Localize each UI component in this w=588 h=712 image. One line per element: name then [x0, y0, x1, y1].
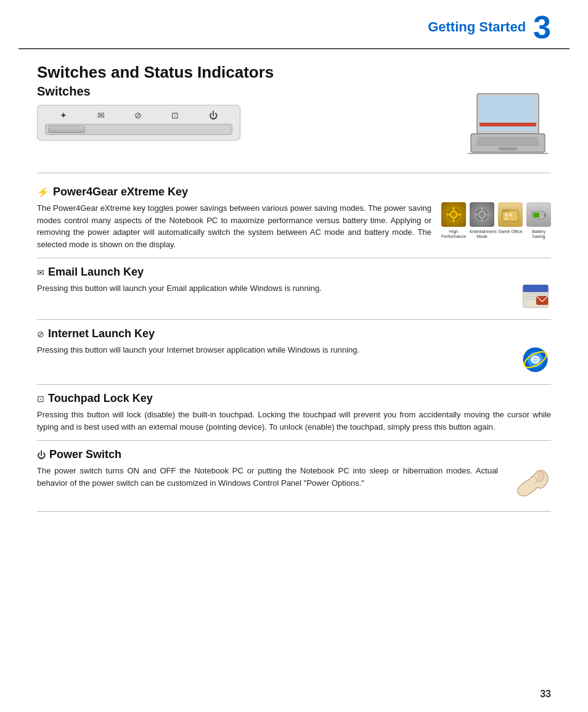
power-title: Power Switch: [49, 448, 121, 461]
internet-title: Internet Launch Key: [48, 327, 155, 340]
bluetooth-switch-icon: ✦: [60, 110, 67, 120]
mode-icons-row: [441, 202, 551, 227]
feature-touchpad: ⊡ Touchpad Lock Key Pressing this button…: [37, 385, 551, 441]
power-text: The power switch turns ON and OFF the No…: [37, 465, 498, 489]
game-office-icon: [498, 202, 523, 227]
svg-rect-11: [446, 214, 449, 216]
touchpad-title: Touchpad Lock Key: [48, 392, 153, 405]
hand-icon: [508, 465, 551, 502]
email-text: Pressing this button will launch your Em…: [37, 282, 510, 295]
svg-rect-15: [481, 207, 483, 210]
email-app-icon: [520, 282, 551, 310]
label-game-office: Game Office: [498, 229, 523, 240]
switches-subtitle: Switches: [37, 84, 452, 99]
touchpad-text: Pressing this button will lock (disable)…: [37, 409, 551, 433]
ie-browser-icon: [520, 344, 551, 375]
svg-rect-10: [453, 219, 455, 222]
svg-rect-18: [486, 214, 489, 216]
page-number: 33: [540, 689, 551, 700]
feature-email: ✉ Email Launch Key Pressing this button …: [37, 258, 551, 320]
switch-bar-handle: [48, 126, 85, 133]
power4gear-title: Power4Gear eXtreme Key: [53, 186, 188, 198]
switch-bar-icons: ✦ ✉ ⊘ ⊡ ⏻: [45, 110, 232, 120]
email-body: Pressing this button will launch your Em…: [37, 282, 551, 312]
page-header: Getting Started 3: [18, 0, 570, 49]
email-title: Email Launch Key: [48, 266, 144, 279]
label-battery-saving: Battery Saving: [526, 229, 551, 240]
power4gear-image: High Performance Entertainment Mode Game…: [441, 202, 551, 240]
power-body: The power switch turns ON and OFF the No…: [37, 465, 551, 504]
svg-rect-9: [453, 207, 455, 210]
email-icon: ✉: [37, 268, 44, 277]
internet-switch-icon: ⊘: [134, 110, 142, 120]
power-switch-icon: ⏻: [209, 110, 218, 120]
svg-rect-30: [525, 293, 547, 295]
chapter-number: 3: [533, 11, 551, 43]
internet-icon: ⊘: [37, 329, 44, 339]
power-illustration: [508, 465, 551, 504]
svg-point-14: [480, 212, 484, 217]
switch-bar: ✦ ✉ ⊘ ⊡ ⏻: [37, 105, 240, 141]
touchpad-body: Pressing this button will lock (disable)…: [37, 409, 551, 433]
svg-rect-25: [544, 213, 546, 217]
power4gear-icon: ⚡: [37, 186, 49, 198]
internet-body: Pressing this button will launch your In…: [37, 344, 551, 377]
label-high-performance: High Performance: [441, 229, 466, 240]
svg-rect-4: [477, 137, 539, 146]
svg-rect-5: [499, 147, 517, 150]
label-entertainment: Entertainment Mode: [470, 229, 494, 240]
power-switch-icon-label: ⏻: [37, 450, 46, 460]
power4gear-header: ⚡ Power4Gear eXtreme Key: [37, 186, 551, 198]
touchpad-switch-icon: ⊡: [171, 110, 179, 120]
power-header: ⏻ Power Switch: [37, 448, 551, 461]
main-content: Switches and Status Indicators Switches …: [0, 49, 588, 530]
entertainment-icon: [470, 202, 494, 227]
battery-saving-icon: [526, 202, 551, 227]
mode-icon-labels: High Performance Entertainment Mode Game…: [441, 229, 551, 240]
switches-section: Switches ✦ ✉ ⊘ ⊡ ⏻: [37, 84, 551, 160]
feature-internet: ⊘ Internet Launch Key Pressing this butt…: [37, 320, 551, 385]
internet-header: ⊘ Internet Launch Key: [37, 327, 551, 340]
svg-rect-12: [458, 214, 461, 216]
switches-left: Switches ✦ ✉ ⊘ ⊡ ⏻: [37, 84, 452, 141]
touchpad-header: ⊡ Touchpad Lock Key: [37, 392, 551, 405]
email-switch-icon: ✉: [97, 110, 105, 120]
svg-rect-16: [481, 219, 483, 222]
internet-text: Pressing this button will launch your In…: [37, 344, 510, 356]
svg-rect-26: [533, 213, 539, 218]
power4gear-body: The Power4Gear eXtreme key toggles power…: [37, 202, 551, 250]
feature-power4gear: ⚡ Power4Gear eXtreme Key The Power4Gear …: [37, 178, 551, 258]
svg-rect-2: [480, 123, 536, 126]
internet-illustration: [520, 344, 551, 377]
switch-bar-slider: [45, 124, 232, 135]
laptop-svg: [465, 91, 551, 158]
main-divider: [37, 173, 551, 173]
svg-point-8: [451, 212, 456, 217]
touchpad-icon: ⊡: [37, 394, 44, 404]
page-title: Switches and Status Indicators: [37, 63, 551, 82]
laptop-illustration: [465, 91, 551, 160]
high-performance-icon: [441, 202, 466, 227]
svg-rect-17: [475, 214, 478, 216]
svg-rect-22: [509, 213, 512, 216]
svg-rect-20: [502, 209, 510, 212]
svg-rect-21: [505, 213, 508, 216]
email-header: ✉ Email Launch Key: [37, 266, 551, 279]
chapter-title: Getting Started: [428, 19, 526, 35]
email-illustration: [520, 282, 551, 312]
power4gear-text: The Power4Gear eXtreme key toggles power…: [37, 202, 431, 250]
svg-rect-23: [505, 218, 508, 219]
feature-power: ⏻ Power Switch The power switch turns ON…: [37, 441, 551, 512]
svg-rect-29: [523, 288, 549, 292]
